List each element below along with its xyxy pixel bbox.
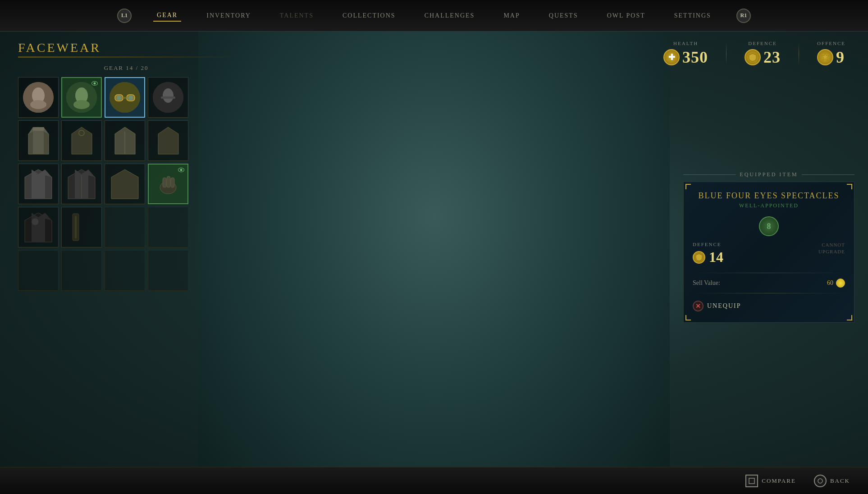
svg-point-13 bbox=[163, 88, 174, 103]
sell-value-group: 60 bbox=[827, 279, 845, 288]
gear-slot-face-1[interactable] bbox=[18, 77, 59, 118]
health-label: HEALTH bbox=[663, 41, 708, 46]
gear-slot-empty-1[interactable] bbox=[105, 207, 145, 247]
sell-value: 60 bbox=[827, 279, 833, 287]
shirt-icon-1 bbox=[24, 125, 53, 156]
item-stats-row: DEFENCE 14 CANNOT UPGRADE bbox=[693, 242, 845, 265]
face-item-icon-1 bbox=[23, 82, 54, 113]
item-level-badge: 8 bbox=[759, 216, 779, 236]
unequip-label: UNEQUIP bbox=[707, 302, 741, 310]
character-background bbox=[198, 32, 670, 494]
svg-marker-18 bbox=[72, 127, 92, 154]
gear-slot-dark-1[interactable] bbox=[18, 207, 59, 247]
unequip-button[interactable]: ✕ UNEQUIP bbox=[693, 299, 845, 313]
gear-slot-shirt-1[interactable] bbox=[18, 120, 59, 161]
stat-divider-1 bbox=[726, 42, 726, 65]
nav-item-gear[interactable]: GEAR bbox=[153, 10, 181, 22]
compare-label: COMPARE bbox=[762, 477, 796, 485]
compare-action[interactable]: COMPARE bbox=[745, 475, 796, 487]
offence-stat: OFFENCE 9 bbox=[817, 41, 845, 67]
item-defence-icon bbox=[693, 251, 705, 264]
dark-item-icon-2 bbox=[70, 211, 93, 243]
svg-marker-38 bbox=[822, 53, 829, 60]
nav-item-collections[interactable]: COLLECTIONS bbox=[339, 10, 399, 21]
facewear-panel: FACEWEAR GEAR 14 / 20 bbox=[18, 32, 234, 467]
defence-label: DEFENCE bbox=[745, 41, 781, 46]
gear-slot-gloves[interactable] bbox=[148, 164, 188, 204]
gold-coin-icon bbox=[836, 279, 845, 288]
nav-item-inventory[interactable]: INVENTORY bbox=[203, 10, 255, 21]
card-divider bbox=[693, 273, 845, 273]
gear-slot-shirt-2[interactable] bbox=[61, 120, 102, 161]
health-value: 350 bbox=[682, 48, 708, 67]
nav-item-map[interactable]: MAP bbox=[500, 10, 523, 21]
corner-tl bbox=[685, 184, 691, 189]
r1-button[interactable]: R1 bbox=[736, 9, 751, 23]
nav-item-challenges[interactable]: CHALLENGES bbox=[421, 10, 479, 21]
face-item-icon-2 bbox=[66, 82, 97, 113]
circle-button-icon bbox=[814, 475, 827, 487]
svg-point-10 bbox=[117, 96, 121, 100]
corner-bl bbox=[685, 315, 691, 320]
item-card: BLUE FOUR EYES SPECTACLES WELL-APPOINTED… bbox=[683, 182, 854, 323]
back-action[interactable]: BACK bbox=[814, 475, 850, 487]
nav-item-quests[interactable]: QUESTS bbox=[545, 10, 582, 21]
navigation-bar: L1 GEAR INVENTORY TALENTS COLLECTIONS CH… bbox=[0, 0, 868, 32]
gear-slot-empty-4[interactable] bbox=[61, 250, 102, 291]
face-item-gray-icon bbox=[153, 82, 183, 113]
square-button-icon bbox=[745, 475, 758, 487]
item-defence-value: 14 bbox=[709, 249, 723, 265]
gear-slot-shirt-4[interactable] bbox=[148, 120, 188, 161]
gear-slot-goggles[interactable] bbox=[105, 77, 145, 118]
sell-row: Sell Value: 60 bbox=[693, 279, 845, 288]
sell-label: Sell Value: bbox=[693, 279, 720, 287]
svg-point-40 bbox=[818, 479, 822, 483]
nav-item-owl-post[interactable]: OWL POST bbox=[603, 10, 649, 21]
gloves-icon bbox=[154, 169, 183, 199]
corner-tr bbox=[847, 184, 852, 189]
card-divider-2 bbox=[693, 293, 845, 293]
gear-slot-face-gray[interactable] bbox=[148, 77, 188, 118]
dark-item-icon-1 bbox=[23, 210, 54, 244]
nav-item-talents: TALENTS bbox=[276, 10, 317, 21]
shirt-icon-4 bbox=[154, 125, 183, 156]
equipped-section-label: EQUIPPED ITEM bbox=[683, 171, 854, 178]
shirt-icon-3 bbox=[110, 125, 140, 156]
gear-slot-empty-6[interactable] bbox=[148, 250, 188, 291]
gear-slot-jacket-3[interactable] bbox=[105, 164, 145, 204]
health-stat: HEALTH ✚ 350 bbox=[663, 41, 708, 67]
gear-counter: GEAR 14 / 20 bbox=[18, 64, 234, 72]
x-circle-icon: ✕ bbox=[693, 301, 704, 311]
title-underline bbox=[18, 57, 234, 57]
back-label: BACK bbox=[830, 477, 850, 485]
gear-slot-face-2[interactable] bbox=[61, 77, 102, 118]
nav-item-settings[interactable]: SETTINGS bbox=[671, 10, 715, 21]
gear-slot-empty-3[interactable] bbox=[18, 250, 59, 291]
svg-rect-17 bbox=[33, 127, 44, 131]
offence-value: 9 bbox=[836, 48, 845, 67]
svg-rect-39 bbox=[749, 478, 754, 484]
jacket-icon-1 bbox=[23, 167, 54, 201]
cannot-upgrade-line2: UPGRADE bbox=[818, 249, 845, 254]
defence-stat: DEFENCE 23 bbox=[745, 41, 781, 67]
corner-br bbox=[847, 315, 852, 320]
gear-slot-jacket-2[interactable] bbox=[61, 164, 102, 204]
gear-slot-empty-2[interactable] bbox=[148, 207, 188, 247]
bottom-bar: COMPARE BACK bbox=[0, 467, 868, 494]
svg-rect-30 bbox=[163, 178, 166, 188]
svg-rect-32 bbox=[171, 178, 174, 188]
gear-slot-shirt-3[interactable] bbox=[105, 120, 145, 161]
svg-point-35 bbox=[32, 218, 39, 225]
svg-point-5 bbox=[73, 100, 90, 109]
shirt-icon-2 bbox=[67, 125, 96, 156]
item-defence-stat: 14 bbox=[693, 249, 723, 265]
svg-rect-37 bbox=[75, 216, 77, 238]
offence-label: OFFENCE bbox=[817, 41, 845, 46]
offence-icon bbox=[817, 49, 833, 65]
gear-slot-jacket-1[interactable] bbox=[18, 164, 59, 204]
svg-rect-31 bbox=[167, 176, 170, 188]
svg-point-2 bbox=[30, 100, 46, 109]
gear-slot-empty-5[interactable] bbox=[105, 250, 145, 291]
gear-slot-dark-2[interactable] bbox=[61, 207, 102, 247]
l1-button[interactable]: L1 bbox=[117, 9, 132, 23]
